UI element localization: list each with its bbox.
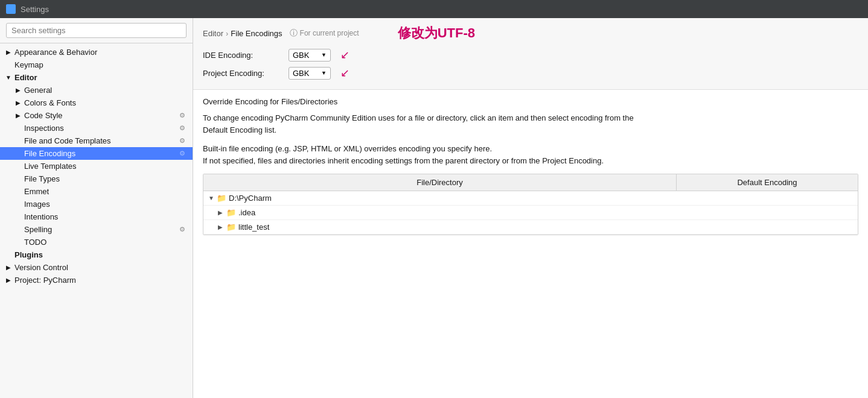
arrow-icon xyxy=(14,163,22,170)
sidebar-item-label: Colors & Fonts xyxy=(24,98,188,107)
sidebar: Appearance & BehaviorKeymapEditorGeneral… xyxy=(0,18,193,398)
sidebar-item-file-encodings[interactable]: File Encodings⚙ xyxy=(0,147,193,160)
sidebar-item-label: Inspections xyxy=(24,124,177,133)
sidebar-item-label: File Encodings xyxy=(24,149,177,158)
folder-icon: 📁 xyxy=(226,223,236,232)
sidebar-item-appearance-behavior[interactable]: Appearance & Behavior xyxy=(0,46,193,58)
window-title: Settings xyxy=(21,5,49,14)
sidebar-item-label: TODO xyxy=(24,238,188,247)
settings-badge-icon: ⚙ xyxy=(179,124,188,133)
arrow-icon xyxy=(14,188,22,195)
sidebar-item-file-code-templates[interactable]: File and Code Templates⚙ xyxy=(0,134,193,147)
sidebar-item-keymap[interactable]: Keymap xyxy=(0,58,193,71)
annotation-text: 修改为UTF-8 xyxy=(398,24,475,42)
arrow-icon xyxy=(14,150,22,157)
info-icon: ⓘ xyxy=(290,28,298,39)
sidebar-item-label: File and Code Templates xyxy=(24,136,177,145)
sidebar-item-file-types[interactable]: File Types xyxy=(0,172,193,185)
sidebar-item-plugins[interactable]: Plugins xyxy=(0,248,193,261)
arrow-icon xyxy=(5,62,12,69)
description-1: To change encoding PyCharm Community Edi… xyxy=(203,112,858,136)
search-box[interactable] xyxy=(0,18,193,43)
arrow-icon xyxy=(5,74,12,81)
arrow-icon xyxy=(5,251,12,259)
row-label: D:\PyCharm xyxy=(229,194,672,203)
breadcrumb-editor: Editor xyxy=(203,29,223,38)
panel-header: Editor › File Encodings ⓘ For current pr… xyxy=(193,18,868,90)
table-row[interactable]: ▶📁.idea xyxy=(203,206,858,220)
arrow-icon xyxy=(5,277,12,284)
sidebar-item-editor[interactable]: Editor xyxy=(0,71,193,84)
sidebar-item-label: Editor xyxy=(14,73,188,82)
table-row[interactable]: ▼📁D:\PyCharm xyxy=(203,191,858,206)
col-header-file: File/Directory xyxy=(203,174,677,191)
sidebar-item-images[interactable]: Images xyxy=(0,198,193,210)
arrow-icon xyxy=(14,100,22,107)
ide-encoding-dropdown-arrow: ▼ xyxy=(321,52,327,58)
sidebar-item-label: File Types xyxy=(24,174,188,183)
table-header: File/Directory Default Encoding xyxy=(203,174,858,191)
sidebar-item-project-pycharm[interactable]: Project: PyCharm xyxy=(0,274,193,286)
breadcrumb-current: File Encodings xyxy=(231,29,282,38)
override-title: Override Encoding for Files/Directories xyxy=(203,97,858,106)
arrow-icon xyxy=(5,264,12,271)
sidebar-item-live-templates[interactable]: Live Templates xyxy=(0,160,193,172)
col-header-encoding: Default Encoding xyxy=(677,174,858,191)
arrow-icon xyxy=(14,137,22,145)
description-2: Built-in file encoding (e.g. JSP, HTML o… xyxy=(203,143,858,166)
sidebar-item-version-control[interactable]: Version Control xyxy=(0,261,193,274)
sidebar-item-code-style[interactable]: Code Style⚙ xyxy=(0,109,193,122)
ide-encoding-select[interactable]: GBK ▼ xyxy=(289,49,331,62)
settings-badge-icon: ⚙ xyxy=(179,150,188,158)
settings-badge-icon: ⚙ xyxy=(179,226,188,234)
project-encoding-select[interactable]: GBK ▼ xyxy=(289,67,331,80)
sidebar-item-label: Code Style xyxy=(24,111,177,120)
row-label: .idea xyxy=(238,208,672,217)
ide-encoding-label: IDE Encoding: xyxy=(203,51,281,60)
sidebar-item-label: Plugins xyxy=(14,250,188,259)
sidebar-item-general[interactable]: General xyxy=(0,84,193,96)
arrow-icon xyxy=(14,175,22,183)
sidebar-tree: Appearance & BehaviorKeymapEditorGeneral… xyxy=(0,43,193,398)
row-expand-arrow: ▶ xyxy=(218,224,226,230)
file-encodings-table: File/Directory Default Encoding ▼📁D:\PyC… xyxy=(203,174,858,235)
sidebar-item-inspections[interactable]: Inspections⚙ xyxy=(0,122,193,134)
sidebar-item-label: Intentions xyxy=(24,212,188,221)
project-encoding-row: Project Encoding: GBK ▼ ↙ xyxy=(203,66,858,80)
sidebar-item-label: Keymap xyxy=(14,60,188,69)
arrow-icon xyxy=(14,125,22,132)
row-expand-arrow: ▶ xyxy=(218,209,226,216)
panel-body: Override Encoding for Files/Directories … xyxy=(193,90,868,398)
breadcrumb-note: ⓘ For current project xyxy=(290,28,359,39)
settings-window: Settings Appearance & BehaviorKeymapEdit… xyxy=(0,0,868,398)
arrow-icon xyxy=(14,226,22,233)
ide-encoding-row: IDE Encoding: GBK ▼ ↙ xyxy=(203,48,858,62)
sidebar-item-spelling[interactable]: Spelling⚙ xyxy=(0,223,193,236)
sidebar-item-label: Emmet xyxy=(24,187,188,196)
sidebar-item-label: Appearance & Behavior xyxy=(14,48,188,57)
sidebar-item-colors-fonts[interactable]: Colors & Fonts xyxy=(0,96,193,109)
project-encoding-label: Project Encoding: xyxy=(203,69,281,78)
app-icon xyxy=(6,4,16,14)
row-expand-arrow: ▼ xyxy=(208,195,217,201)
ide-encoding-value: GBK xyxy=(293,51,309,60)
table-row[interactable]: ▶📁little_test xyxy=(203,220,858,235)
sidebar-item-label: Project: PyCharm xyxy=(14,276,188,285)
project-encoding-value: GBK xyxy=(293,69,309,78)
sidebar-item-todo[interactable]: TODO xyxy=(0,236,193,248)
breadcrumb: Editor › File Encodings ⓘ For current pr… xyxy=(203,24,858,42)
main-content: Appearance & BehaviorKeymapEditorGeneral… xyxy=(0,18,868,398)
sidebar-item-label: Images xyxy=(24,200,188,209)
arrow-annotation-project: ↙ xyxy=(340,66,349,80)
settings-badge-icon: ⚙ xyxy=(179,137,188,145)
sidebar-item-label: Spelling xyxy=(24,225,177,234)
sidebar-item-label: General xyxy=(24,86,188,95)
arrow-icon xyxy=(14,112,22,119)
settings-badge-icon: ⚙ xyxy=(179,112,188,120)
arrow-icon xyxy=(14,239,22,246)
sidebar-item-emmet[interactable]: Emmet xyxy=(0,185,193,198)
search-input[interactable] xyxy=(6,23,187,38)
breadcrumb-sep: › xyxy=(226,29,228,38)
sidebar-item-intentions[interactable]: Intentions xyxy=(0,210,193,223)
arrow-icon xyxy=(14,213,22,221)
